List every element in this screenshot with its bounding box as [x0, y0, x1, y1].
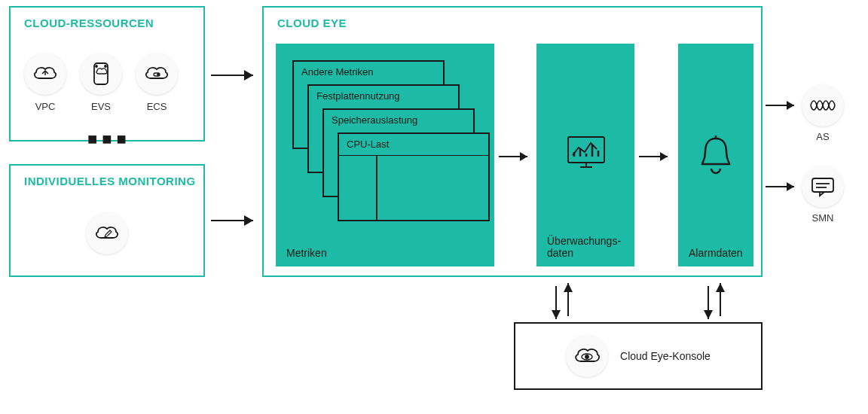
svg-point-1 — [96, 65, 97, 67]
individual-monitoring-title: INDIVIDUELLES MONITORING — [24, 175, 196, 187]
resource-item-evs: EVS — [80, 53, 122, 112]
metrics-panel: Metriken Andere Metriken Festplattennutz… — [276, 44, 494, 266]
arrow-resources-to-cloudeye — [211, 68, 264, 83]
monitoring-panel-label: Überwachungs- daten — [547, 235, 621, 259]
ellipsis-icon: ■■■ — [87, 129, 131, 149]
individual-monitoring-box: INDIVIDUELLES MONITORING — [9, 164, 205, 277]
arrow-monitoring-console-bidir — [547, 280, 577, 322]
arrow-cloudeye-to-smn — [766, 179, 803, 194]
vpc-label: VPC — [35, 101, 56, 112]
svg-point-4 — [157, 74, 159, 75]
arrow-monitoring-to-alarm — [639, 149, 677, 164]
vpc-icon — [24, 53, 66, 95]
metric-card-cpu: CPU-Last — [338, 132, 490, 221]
svg-marker-12 — [520, 152, 527, 161]
output-smn: SMN — [802, 166, 844, 224]
monitor-chart-icon — [565, 134, 607, 172]
svg-marker-32 — [552, 310, 561, 319]
alarm-panel-label: Alarmdaten — [689, 247, 743, 259]
metric-card-disk-label: Festplattennutzung — [309, 86, 458, 106]
svg-marker-36 — [704, 310, 713, 319]
svg-marker-22 — [660, 152, 668, 161]
cloud-eye-box: CLOUD EYE Metriken Andere Metriken Festp… — [262, 6, 763, 277]
resource-item-vpc: VPC — [24, 53, 66, 112]
as-label: AS — [802, 131, 844, 142]
cloud-eye-console-icon — [566, 335, 608, 377]
svg-marker-38 — [716, 283, 725, 292]
arrow-metrics-to-monitoring — [499, 149, 536, 164]
svg-point-40 — [585, 355, 588, 358]
cloud-resources-title: CLOUD-RESSOURCEN — [24, 17, 154, 29]
svg-rect-28 — [812, 178, 833, 192]
resource-item-ecs: ECS — [136, 53, 178, 112]
monitoring-panel: Überwachungs- daten — [536, 44, 634, 266]
arrow-monitoring-to-cloudeye — [211, 213, 264, 228]
metrics-panel-label: Metriken — [286, 247, 327, 259]
svg-marker-27 — [787, 182, 794, 191]
metric-card-memory-label: Speicherauslastung — [324, 110, 473, 130]
cloud-resources-box: CLOUD-RESSOURCEN VPC EVS — [9, 6, 205, 142]
arrow-cloudeye-to-as — [766, 98, 803, 113]
output-as: AS — [802, 84, 844, 142]
ecs-icon — [136, 53, 178, 95]
arrow-alarm-console-bidir — [699, 280, 729, 322]
evs-icon — [80, 53, 122, 95]
svg-marker-6 — [244, 70, 253, 81]
smn-label: SMN — [802, 212, 844, 224]
smn-icon — [802, 166, 844, 208]
svg-marker-34 — [564, 283, 573, 292]
metric-card-cpu-label: CPU-Last — [339, 134, 488, 154]
bell-icon — [696, 134, 735, 176]
console-box: Cloud Eye-Konsole — [514, 322, 763, 390]
metric-card-other-label: Andere Metriken — [294, 62, 443, 82]
ecs-label: ECS — [147, 101, 167, 112]
cloud-eye-title: CLOUD EYE — [277, 17, 347, 29]
alarm-panel: Alarmdaten — [678, 44, 753, 266]
as-icon — [802, 84, 844, 126]
console-label: Cloud Eye-Konsole — [620, 350, 711, 362]
svg-marker-25 — [787, 101, 794, 110]
evs-label: EVS — [91, 101, 111, 112]
svg-marker-8 — [244, 215, 253, 226]
custom-monitoring-icon — [86, 212, 128, 254]
svg-point-2 — [105, 65, 106, 67]
resource-icons-row: VPC EVS ECS — [24, 53, 178, 112]
